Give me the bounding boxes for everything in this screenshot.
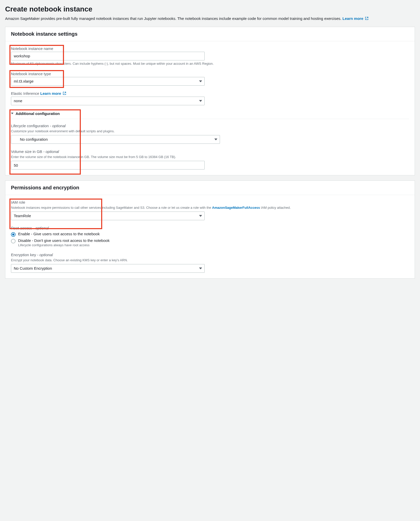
root-enable-label: Enable - Give users root access to the n…: [18, 232, 100, 236]
elastic-inference-group: Elastic Inference Learn more none: [11, 90, 409, 105]
root-disable-row: Disable - Don't give users root access t…: [11, 238, 409, 247]
page-description-text: Amazon SageMaker provides pre-built full…: [5, 16, 343, 21]
volume-label: Volume size in GB - optional: [11, 148, 409, 154]
triangle-down-icon: [11, 113, 14, 114]
root-access-label-text: Root access: [11, 226, 32, 230]
encryption-help: Encrypt your notebook data. Choose an ex…: [11, 258, 409, 263]
elastic-inference-select[interactable]: none: [11, 97, 205, 105]
additional-config-title: Additional configuration: [16, 111, 60, 116]
settings-panel-title: Notebook instance settings: [11, 31, 409, 37]
encryption-label: Encryption key - optional: [11, 252, 409, 257]
page-title: Create notebook instance: [5, 5, 415, 13]
notebook-name-group: Notebook instance name Maximum of 63 alp…: [11, 45, 409, 66]
iam-help-suffix: IAM policy attached.: [260, 206, 291, 210]
elastic-inference-label-text: Elastic Inference: [11, 91, 39, 96]
root-optional-text: - optional: [33, 226, 49, 230]
encryption-label-text: Encryption key: [11, 253, 36, 257]
external-link-icon: [63, 92, 66, 95]
lifecycle-help: Customize your notebook environment with…: [11, 129, 409, 134]
iam-help-prefix: Notebook instances require permissions t…: [11, 206, 212, 210]
ei-learn-more-text: Learn more: [40, 91, 61, 96]
lifecycle-label-text: Lifecycle configuration: [11, 124, 49, 128]
elastic-inference-learn-more-link[interactable]: Learn more: [40, 91, 66, 96]
lifecycle-group: Lifecycle configuration - optional Custo…: [11, 123, 409, 144]
volume-help: Enter the volume size of the notebook in…: [11, 155, 409, 159]
notebook-name-help: Maximum of 63 alphanumeric characters. C…: [11, 61, 409, 66]
volume-group: Volume size in GB - optional Enter the v…: [11, 148, 409, 170]
notebook-name-input[interactable]: [11, 52, 205, 60]
root-disable-sublabel: Lifecycle configurations always have roo…: [18, 243, 110, 247]
notebook-type-label: Notebook instance type: [11, 71, 409, 76]
volume-label-text: Volume size in GB: [11, 149, 42, 154]
iam-role-help: Notebook instances require permissions t…: [11, 205, 409, 210]
encryption-optional-text: - optional: [37, 253, 53, 257]
learn-more-text: Learn more: [343, 16, 363, 21]
lifecycle-optional-text: - optional: [50, 124, 66, 128]
lifecycle-select[interactable]: No configuration: [11, 135, 220, 144]
root-access-group: Root access - optional Enable - Give use…: [11, 225, 409, 247]
iam-role-select[interactable]: TeamRole: [11, 212, 205, 220]
root-access-label: Root access - optional: [11, 225, 409, 230]
root-enable-row: Enable - Give users root access to the n…: [11, 232, 409, 237]
additional-config-expander[interactable]: Additional configuration: [11, 110, 409, 119]
notebook-settings-panel: Notebook instance settings Notebook inst…: [5, 27, 415, 176]
permissions-panel: Permissions and encryption IAM role Note…: [5, 180, 415, 279]
notebook-name-label: Notebook instance name: [11, 45, 409, 51]
learn-more-link[interactable]: Learn more: [343, 16, 369, 21]
root-disable-radio[interactable]: [11, 239, 16, 243]
notebook-type-group: Notebook instance type ml.t3.xlarge: [11, 71, 409, 86]
lifecycle-label: Lifecycle configuration - optional: [11, 123, 409, 128]
root-enable-radio[interactable]: [11, 232, 16, 237]
root-disable-label: Disable - Don't give users root access t…: [18, 238, 110, 243]
encryption-select[interactable]: No Custom Encryption: [11, 264, 205, 273]
iam-policy-link[interactable]: AmazonSageMakerFullAccess: [212, 206, 260, 210]
page-description: Amazon SageMaker provides pre-built full…: [5, 16, 415, 22]
elastic-inference-label: Elastic Inference Learn more: [11, 90, 409, 96]
encryption-group: Encryption key - optional Encrypt your n…: [11, 252, 409, 273]
permissions-panel-title: Permissions and encryption: [11, 185, 409, 191]
volume-optional-text: - optional: [43, 149, 59, 154]
volume-input[interactable]: [11, 161, 205, 170]
iam-role-label: IAM role: [11, 199, 409, 204]
iam-role-group: IAM role Notebook instances require perm…: [11, 199, 409, 220]
additional-config-group: Additional configuration Lifecycle confi…: [11, 110, 409, 170]
external-link-icon: [365, 17, 369, 20]
notebook-type-select[interactable]: ml.t3.xlarge: [11, 77, 205, 86]
